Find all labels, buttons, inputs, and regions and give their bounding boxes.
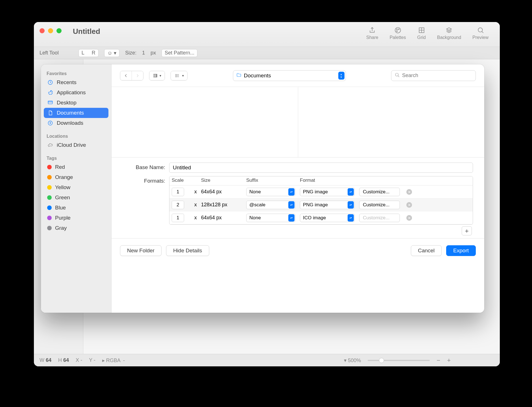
app-icon xyxy=(47,90,53,95)
export-form: Base Name: Formats: Scale Size Suff xyxy=(112,157,484,238)
base-name-input[interactable] xyxy=(169,163,473,173)
tag-dot-icon xyxy=(47,216,52,220)
tag-purple[interactable]: Purple xyxy=(44,213,108,223)
sheet-footer: New Folder Hide Details Cancel Export xyxy=(112,238,484,262)
back-button[interactable] xyxy=(120,71,132,80)
remove-row-button[interactable]: ✕ xyxy=(406,202,412,208)
customize-button[interactable]: Customize... xyxy=(359,201,400,209)
svg-point-16 xyxy=(395,73,398,76)
formats-table: Scale Size Suffix Format x64x64 pxNone▴▾… xyxy=(169,176,473,225)
suffix-popup[interactable]: None▴▾ xyxy=(246,188,295,196)
sidebar-item-label: Documents xyxy=(57,110,84,116)
nav-back-forward xyxy=(120,71,143,80)
format-row: x128x128 px@scale▴▾PNG image▴▾Customize.… xyxy=(169,198,473,211)
size-value: 64x64 px xyxy=(199,188,244,196)
stepper-icon: ▴▾ xyxy=(288,214,295,222)
svg-rect-8 xyxy=(48,101,53,102)
sidebar-item-label: iCloud Drive xyxy=(57,142,86,148)
stepper-icon: ▴▾ xyxy=(348,188,354,196)
sidebar-head-favorites: Favorites xyxy=(44,69,108,77)
download-icon xyxy=(47,120,53,126)
scale-input[interactable] xyxy=(172,214,184,222)
new-folder-button[interactable]: New Folder xyxy=(120,245,162,256)
base-name-label: Base Name: xyxy=(123,163,165,170)
tag-label: Orange xyxy=(55,174,73,180)
scale-input[interactable] xyxy=(172,201,184,209)
add-format-button[interactable]: ＋ xyxy=(462,226,472,235)
tag-green[interactable]: Green xyxy=(44,192,108,203)
sidebar-item-label: Downloads xyxy=(57,120,83,126)
tag-blue[interactable]: Blue xyxy=(44,203,108,213)
tag-dot-icon xyxy=(47,226,52,230)
search-input[interactable] xyxy=(402,73,472,78)
format-popup[interactable]: PNG image▴▾ xyxy=(300,201,355,209)
format-row: x64x64 pxNone▴▾PNG image▴▾Customize...✕ xyxy=(169,185,473,198)
sidebar-head-tags: Tags xyxy=(44,154,108,162)
export-button[interactable]: Export xyxy=(446,245,476,256)
suffix-popup[interactable]: @scale▴▾ xyxy=(246,201,295,209)
stepper-icon: ▴▾ xyxy=(338,72,345,80)
tag-orange[interactable]: Orange xyxy=(44,172,108,182)
sidebar-item-label: Applications xyxy=(57,89,86,96)
browser-toolbar: ▾ ▾ Documents ▴▾ xyxy=(112,64,484,87)
cancel-button[interactable]: Cancel xyxy=(411,245,442,256)
desktop-icon xyxy=(47,100,53,106)
sidebar-item-documents[interactable]: Documents xyxy=(44,108,108,118)
size-value: 64x64 px xyxy=(199,214,244,222)
forward-button[interactable] xyxy=(132,71,143,80)
tag-yellow[interactable]: Yellow xyxy=(44,182,108,192)
stepper-icon: ▴▾ xyxy=(348,201,354,209)
sidebar-item-applications[interactable]: Applications xyxy=(44,87,108,98)
svg-rect-10 xyxy=(154,74,155,77)
location-label: Documents xyxy=(244,73,271,79)
search-field[interactable] xyxy=(391,70,476,81)
group-by-menu[interactable]: ▾ xyxy=(171,71,187,80)
formats-label: Formats: xyxy=(123,176,165,184)
remove-row-button[interactable]: ✕ xyxy=(406,215,412,221)
format-row: x64x64 pxNone▴▾ICO image▴▾Customize...✕ xyxy=(169,211,473,224)
format-popup[interactable]: ICO image▴▾ xyxy=(300,214,355,222)
tag-label: Yellow xyxy=(55,184,70,191)
svg-rect-11 xyxy=(155,74,156,77)
tag-label: Blue xyxy=(55,205,66,211)
tag-red[interactable]: Red xyxy=(44,162,108,172)
sidebar-item-recents[interactable]: Recents xyxy=(44,77,108,87)
view-mode-menu[interactable]: ▾ xyxy=(149,71,165,80)
doc-icon xyxy=(47,110,53,116)
sidebar-head-locations: Locations xyxy=(44,132,108,140)
stepper-icon: ▴▾ xyxy=(348,214,354,222)
sidebar-item-icloud-drive[interactable]: iCloud Drive xyxy=(44,140,108,150)
hide-details-button[interactable]: Hide Details xyxy=(166,245,209,256)
location-popup[interactable]: Documents ▴▾ xyxy=(233,70,346,81)
svg-point-13 xyxy=(176,74,176,75)
browser-column-2[interactable] xyxy=(298,87,485,157)
format-popup[interactable]: PNG image▴▾ xyxy=(300,188,355,196)
svg-rect-12 xyxy=(157,74,157,77)
stepper-icon: ▴▾ xyxy=(288,188,295,196)
folder-icon xyxy=(236,73,242,79)
browser-columns xyxy=(112,87,484,157)
customize-button: Customize... xyxy=(359,214,400,222)
tag-dot-icon xyxy=(47,185,52,190)
cloud-icon xyxy=(47,142,53,148)
tag-gray[interactable]: Gray xyxy=(44,223,108,233)
tag-label: Red xyxy=(55,164,65,170)
tag-dot-icon xyxy=(47,195,52,200)
sheet-sidebar: Favorites RecentsApplicationsDesktopDocu… xyxy=(41,64,112,313)
scale-input[interactable] xyxy=(172,188,184,196)
svg-point-15 xyxy=(176,76,176,77)
search-icon xyxy=(395,73,400,79)
tag-label: Gray xyxy=(55,225,67,231)
size-value: 128x128 px xyxy=(199,201,244,209)
x-separator: x xyxy=(192,214,199,222)
sidebar-item-desktop[interactable]: Desktop xyxy=(44,98,108,108)
suffix-popup[interactable]: None▴▾ xyxy=(246,214,295,222)
remove-row-button[interactable]: ✕ xyxy=(406,189,412,195)
tag-label: Purple xyxy=(55,215,71,221)
browser-column-1[interactable] xyxy=(112,87,298,157)
customize-button[interactable]: Customize... xyxy=(359,188,400,196)
sidebar-item-downloads[interactable]: Downloads xyxy=(44,118,108,128)
x-separator: x xyxy=(192,201,199,209)
clock-icon xyxy=(47,80,53,85)
save-sheet: Favorites RecentsApplicationsDesktopDocu… xyxy=(41,64,484,313)
